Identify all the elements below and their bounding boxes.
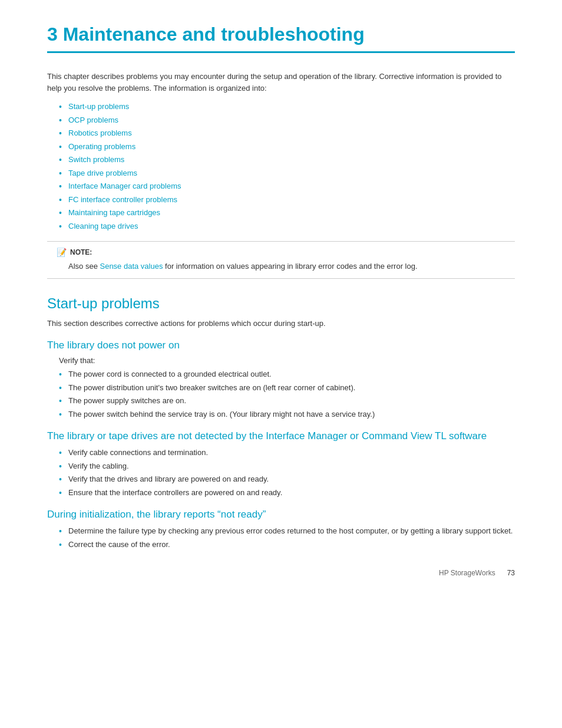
power-on-list: The power cord is connected to a grounde… (59, 368, 515, 420)
fc-interface-link[interactable]: FC interface controller problems (68, 195, 177, 204)
tape-drive-problems-link[interactable]: Tape drive problems (68, 169, 137, 177)
list-item: The power supply switches are on. (59, 395, 515, 407)
interface-manager-link[interactable]: Interface Manager card problems (68, 182, 181, 190)
list-item: The power distribution unit's two breake… (59, 382, 515, 394)
list-item: Cleaning tape drives (59, 220, 515, 232)
topics-list: Start-up problems OCP problems Robotics … (59, 101, 515, 232)
list-item: Verify cable connections and termination… (59, 447, 515, 459)
list-item: Robotics problems (59, 127, 515, 139)
operating-problems-link[interactable]: Operating problems (68, 142, 135, 151)
robotics-problems-link[interactable]: Robotics problems (68, 129, 132, 137)
not-detected-list: Verify cable connections and termination… (59, 447, 515, 498)
intro-paragraph: This chapter describes problems you may … (47, 71, 515, 94)
note-icon: 📝 (57, 248, 67, 257)
maintaining-tape-link[interactable]: Maintaining tape cartridges (68, 208, 160, 217)
list-item: Switch problems (59, 154, 515, 166)
chapter-title: 3 Maintenance and troubleshooting (47, 24, 515, 53)
note-box: 📝 NOTE: Also see Sense data values for i… (47, 241, 515, 279)
footer-brand: HP StorageWorks (439, 569, 495, 577)
list-item: Correct the cause of the error. (59, 539, 515, 551)
not-ready-list: Determine the failure type by checking a… (59, 525, 515, 550)
list-item: Start-up problems (59, 101, 515, 113)
list-item: Interface Manager card problems (59, 180, 515, 192)
list-item: The power cord is connected to a grounde… (59, 368, 515, 380)
page-footer: HP StorageWorks 73 (439, 569, 515, 577)
list-item: Determine the failure type by checking a… (59, 525, 515, 537)
list-item: Verify the cabling. (59, 460, 515, 472)
page-container: 3 Maintenance and troubleshooting This c… (0, 0, 562, 595)
list-item: Ensure that the interface controllers ar… (59, 487, 515, 499)
verify-label-1: Verify that: (59, 356, 515, 365)
cleaning-tape-link[interactable]: Cleaning tape drives (68, 222, 138, 230)
list-item: Operating problems (59, 141, 515, 153)
startup-section-title: Start-up problems (47, 295, 515, 312)
startup-description: This section describes corrective action… (47, 318, 515, 330)
list-item: Verify that the drives and library are p… (59, 473, 515, 485)
list-item: Maintaining tape cartridges (59, 207, 515, 219)
footer-page-number: 73 (507, 569, 515, 577)
list-item: FC interface controller problems (59, 194, 515, 206)
note-text: Also see Sense data values for informati… (68, 261, 505, 272)
subsection-title-3: During initialization, the library repor… (47, 509, 515, 521)
list-item: The power switch behind the service tray… (59, 409, 515, 420)
startup-problems-link[interactable]: Start-up problems (68, 102, 129, 111)
subsection-title-2: The library or tape drives are not detec… (47, 430, 515, 442)
list-item: Tape drive problems (59, 167, 515, 179)
note-label: 📝 NOTE: (57, 248, 505, 257)
sense-data-link[interactable]: Sense data values (100, 262, 163, 271)
switch-problems-link[interactable]: Switch problems (68, 155, 124, 164)
ocp-problems-link[interactable]: OCP problems (68, 116, 118, 124)
subsection-title-1: The library does not power on (47, 340, 515, 351)
list-item: OCP problems (59, 114, 515, 126)
